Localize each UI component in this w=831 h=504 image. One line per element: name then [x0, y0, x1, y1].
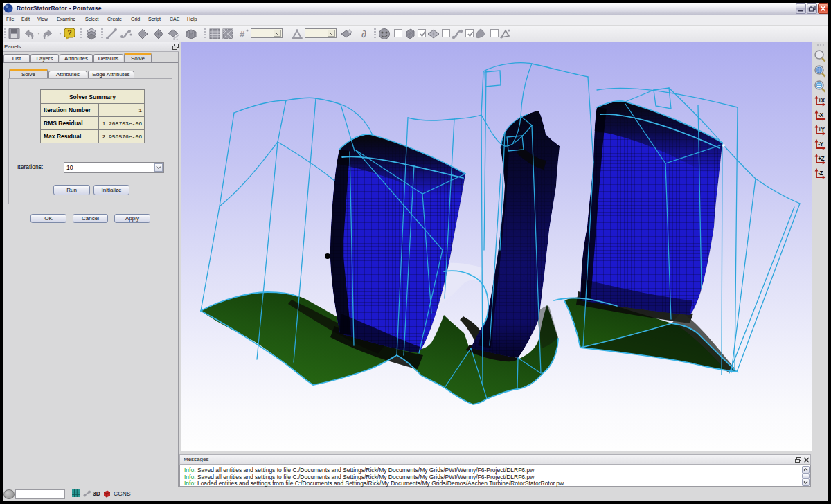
svg-text:?: ?	[67, 29, 71, 37]
svg-text:-X: -X	[818, 111, 823, 118]
svg-text:-Z: -Z	[818, 170, 823, 177]
svg-text:∂: ∂	[361, 28, 366, 39]
svg-text:+Y: +Y	[818, 126, 825, 133]
svg-text:+Z: +Z	[818, 155, 824, 162]
svg-text:-Y: -Y	[818, 141, 823, 147]
svg-text:#: #	[240, 29, 245, 39]
svg-text:+X: +X	[818, 97, 825, 104]
